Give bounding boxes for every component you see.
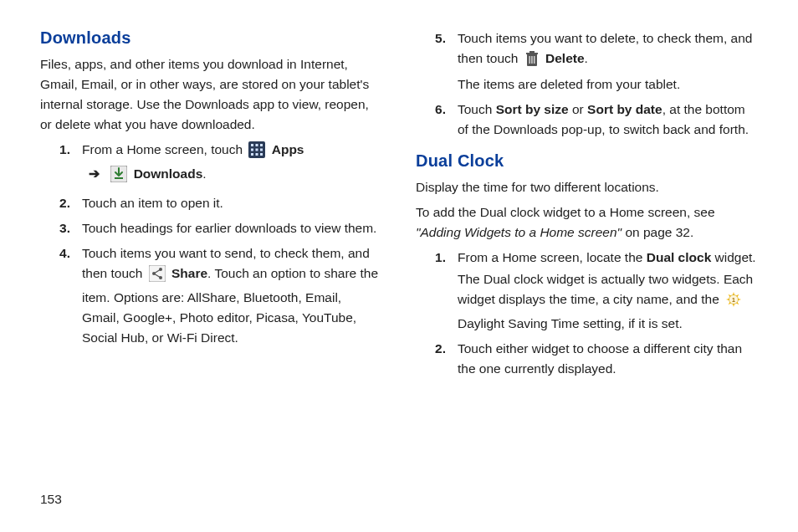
manual-page: Downloads Files, apps, and other items y… [0, 0, 798, 532]
text-fragment: Daylight Saving Time setting, if it is s… [458, 316, 683, 330]
step-text: Touch an item to open it. [82, 193, 382, 213]
dual-clock-label: Dual clock [647, 250, 712, 264]
apps-label: Apps [272, 142, 304, 156]
step-number: 6. [416, 100, 458, 120]
downloads-steps: 1. From a Home screen, touch [40, 140, 382, 348]
text-fragment: To add the Dual clock widget to a Home s… [416, 205, 715, 219]
downloads-icon [110, 166, 127, 188]
period: . [202, 166, 206, 181]
svg-rect-8 [256, 153, 258, 156]
step-number: 2. [40, 193, 82, 213]
share-icon [149, 265, 166, 288]
delete-label: Delete [545, 51, 585, 65]
svg-text:1: 1 [732, 297, 735, 303]
svg-rect-2 [256, 144, 258, 146]
svg-rect-9 [260, 153, 263, 156]
svg-rect-7 [251, 153, 253, 156]
text-fragment: widget. [711, 250, 755, 264]
text-fragment: The Dual clock widget is actually two wi… [458, 272, 753, 306]
text-fragment: or [569, 102, 587, 116]
share-label: Share [171, 266, 207, 280]
downloads-steps-cont: 5. Touch items you want to delete, to ch… [416, 28, 758, 140]
cross-reference: "Adding Widgets to a Home screen" [416, 225, 622, 239]
step-1: 1. From a Home screen, touch [40, 140, 382, 188]
step-text: Touch items you want to delete, to check… [458, 28, 758, 95]
step-number: 4. [40, 243, 82, 263]
step-subtext: The Dual clock widget is actually two wi… [458, 269, 758, 334]
left-column: Downloads Files, apps, and other items y… [40, 25, 382, 532]
dual-clock-intro-2: To add the Dual clock widget to a Home s… [416, 202, 758, 243]
delete-icon [524, 50, 540, 73]
apps-icon [248, 141, 265, 164]
sort-size-label: Sort by size [496, 102, 569, 116]
dual-clock-steps: 1. From a Home screen, locate the Dual c… [416, 248, 758, 379]
dual-clock-intro-1: Display the time for two different locat… [416, 177, 758, 197]
step-number: 2. [416, 339, 458, 359]
svg-rect-18 [534, 56, 535, 64]
step-subtext: The items are deleted from your tablet. [458, 74, 758, 95]
step-text: From a Home screen, locate the Dual cloc… [458, 248, 758, 334]
step-text: Touch Sort by size or Sort by date, at t… [458, 100, 758, 140]
step-text: Touch items you want to send, to check t… [82, 243, 382, 348]
step-number: 1. [40, 140, 82, 160]
step-6: 6. Touch Sort by size or Sort by date, a… [416, 100, 758, 140]
arrow-icon: ➔ [89, 164, 100, 184]
dc-step-2: 2. Touch either widget to choose a diffe… [416, 339, 758, 379]
step-text: From a Home screen, touch Apps [82, 140, 382, 188]
svg-rect-1 [251, 144, 253, 146]
step-number: 5. [416, 28, 458, 49]
step-4: 4. Touch items you want to send, to chec… [40, 243, 382, 348]
dc-step-1: 1. From a Home screen, locate the Dual c… [416, 248, 758, 334]
step-2: 2. Touch an item to open it. [40, 193, 382, 213]
page-number: 153 [40, 492, 62, 507]
text-fragment: Touch [458, 102, 496, 116]
svg-rect-19 [526, 53, 538, 54]
svg-rect-17 [531, 56, 532, 64]
downloads-intro: Files, apps, and other items you downloa… [40, 54, 382, 135]
text-fragment: on page 32. [622, 225, 693, 239]
step-text: Touch either widget to choose a differen… [458, 339, 758, 379]
svg-rect-12 [149, 265, 166, 282]
svg-rect-11 [115, 177, 123, 179]
text-fragment: From a Home screen, touch [82, 142, 246, 156]
svg-rect-20 [529, 51, 535, 53]
right-column: 5. Touch items you want to delete, to ch… [416, 25, 758, 532]
svg-rect-16 [529, 56, 529, 64]
sort-date-label: Sort by date [587, 102, 662, 116]
svg-rect-3 [260, 144, 263, 146]
step-text: Touch headings for earlier downloads to … [82, 218, 382, 238]
text-fragment: Touch items you want to delete, to check… [458, 31, 752, 65]
svg-rect-4 [251, 149, 253, 151]
text-fragment: From a Home screen, locate the [458, 250, 647, 264]
svg-rect-6 [260, 149, 263, 151]
step-3: 3. Touch headings for earlier downloads … [40, 218, 382, 238]
downloads-label: Downloads [134, 166, 203, 181]
heading-downloads: Downloads [40, 25, 382, 51]
svg-rect-5 [256, 149, 258, 151]
step-number: 3. [40, 218, 82, 238]
heading-dual-clock: Dual Clock [416, 148, 758, 174]
period: . [585, 51, 588, 65]
step-5: 5. Touch items you want to delete, to ch… [416, 28, 758, 95]
step-number: 1. [416, 248, 458, 268]
dst-sun-icon: 1 [725, 291, 742, 314]
